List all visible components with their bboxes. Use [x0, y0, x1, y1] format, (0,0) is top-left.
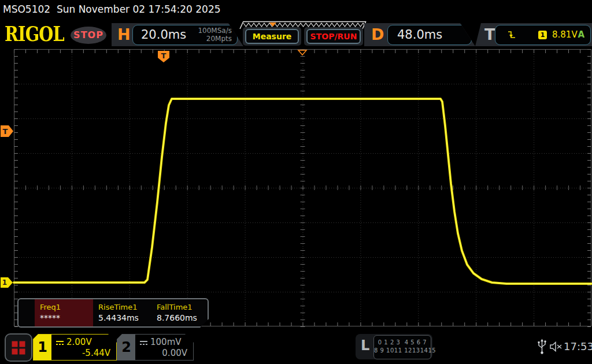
measure-button-shell: Measure [243, 27, 301, 46]
trigger-position-marker[interactable]: T [158, 51, 169, 62]
stop-run-button-shell: STOP/RUN [304, 27, 363, 46]
channel2-status-block[interactable]: 2 100mV 0.00V [117, 334, 194, 361]
falling-edge-icon [507, 30, 516, 40]
timebase-box[interactable]: 20.0ms 100MSa/s 20Mpts [132, 25, 238, 45]
run-state-badge[interactable]: STOP [71, 27, 106, 44]
logic-channels-panel: 0 1 2 3 4 5 6 7 8 9 1011 12131415 [373, 335, 431, 359]
timebase-value: 20.0ms [141, 28, 186, 42]
measurement-label: Freq1 [40, 303, 61, 311]
grid-icon [12, 341, 25, 354]
channel2-scale: 100mV [150, 337, 182, 347]
svg-text:T: T [3, 127, 8, 136]
channel2-offset: 0.00V [162, 348, 187, 358]
channel2-badge: 2 [117, 335, 135, 360]
horizontal-settings-block[interactable]: H 20.0ms 100MSa/s 20Mpts [112, 23, 243, 46]
measurement-label: RiseTime1 [98, 303, 138, 311]
sample-rate: 100MSa/s [198, 27, 232, 35]
trigger-label: T [484, 25, 495, 44]
measurement-item-falltime1[interactable]: FallTime1 8.7660ms [151, 299, 210, 326]
channel1-status-block[interactable]: 1 2.00V -5.44V [33, 334, 117, 361]
delay-label: D [371, 25, 384, 44]
trigger-settings-block[interactable]: T 1 8.81V A [475, 23, 592, 46]
svg-text:T: T [161, 51, 166, 60]
logic-label: L [361, 337, 369, 354]
usb-icon [537, 339, 547, 355]
measurement-value: 8.7660ms [157, 313, 197, 322]
delay-box[interactable]: 48.0ms [387, 25, 472, 45]
horizontal-label: H [117, 25, 131, 44]
measurement-item-risetime1[interactable]: RiseTime1 5.4434ms [93, 299, 151, 326]
measure-button[interactable]: Measure [245, 29, 299, 44]
delay-settings-block[interactable]: D 48.0ms [364, 23, 475, 46]
trigger-level-value: 8.81V [552, 29, 578, 40]
channel1-offset: -5.44V [82, 348, 110, 358]
trigger-source-badge: 1 [538, 31, 547, 39]
measurement-panel: Freq1 ***** RiseTime1 5.4434ms FallTime1… [17, 298, 209, 328]
stop-run-button[interactable]: STOP/RUN [306, 29, 361, 44]
horizontal-reference-marker[interactable] [298, 50, 306, 55]
logic-channels-row2: 8 9 1011 12131415 [374, 347, 431, 355]
dc-coupling-icon [139, 340, 148, 346]
speaker-muted-icon [549, 341, 563, 352]
delay-value: 48.0ms [397, 28, 442, 42]
measurement-value: 5.4434ms [98, 313, 139, 322]
dc-coupling-icon [56, 340, 64, 346]
channel1-badge: 1 [34, 335, 51, 360]
trigger-sweep-mode: A [578, 29, 584, 40]
clock: 17:53 [564, 340, 592, 352]
markers: TT1 [1, 50, 306, 288]
measurement-value: ***** [40, 313, 60, 322]
channel1-position-marker[interactable]: 1 [1, 277, 13, 288]
acquisition-info: 100MSa/s 20Mpts [198, 27, 232, 43]
logic-analyzer-block[interactable]: L 0 1 2 3 4 5 6 7 8 9 1011 12131415 [356, 334, 432, 359]
measurement-label: FallTime1 [157, 303, 193, 311]
memory-depth: 20Mpts [198, 35, 232, 43]
trigger-box[interactable]: 1 8.81V A [495, 25, 591, 45]
logic-channels-row1: 0 1 2 3 4 5 6 7 [374, 339, 431, 347]
quick-menu-button[interactable] [5, 333, 32, 362]
graticule [14, 50, 591, 327]
trigger-level-marker[interactable]: T [1, 125, 13, 137]
svg-text:1: 1 [2, 278, 7, 287]
measurement-item-freq1[interactable]: Freq1 ***** [35, 299, 93, 326]
channel1-scale: 2.00V [66, 337, 92, 347]
rigol-logo: RIGOL [5, 22, 64, 46]
